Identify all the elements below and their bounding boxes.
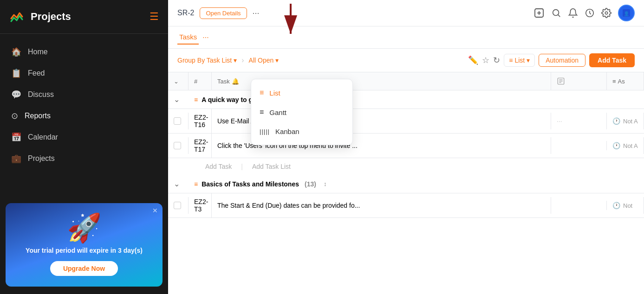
sidebar: Projects ☰ 🏠 Home 📋 Feed 💬 Discuss ⊙ Rep… [0,0,168,294]
add-task-link-1[interactable]: Add Task [205,163,232,170]
kanban-menu-icon: ||||| [260,128,270,135]
add-button[interactable] [533,7,545,19]
task-id-t3: EZ2-T3 [194,198,208,213]
group-count-2: (13) [305,180,316,188]
list-menu-icon: ≡ [260,89,264,97]
task-id-t16: EZ2-T16 [194,114,208,128]
sidebar-item-discuss[interactable]: 💬 Discuss [0,84,168,105]
group-priority-icon-1: ≡ [194,96,198,103]
menu-label-list: List [269,89,280,97]
sidebar-item-label: Home [28,48,48,56]
menu-item-gantt[interactable]: ≡ Gantt [251,102,352,122]
open-details-button[interactable]: Open Details [200,7,247,19]
close-banner-button[interactable]: ✕ [152,207,158,214]
group-sort-icon: ↕ [324,180,327,187]
menu-item-list[interactable]: ≡ List [251,83,352,102]
table-row: EZ2-T16 Use E-Mail Alias to add st... ··… [168,109,644,134]
automation-button[interactable]: Automation [539,54,585,67]
view-dropdown-menu: ≡ List ≡ Gantt ||||| Kanban [251,79,353,145]
refresh-button[interactable]: ↻ [493,55,500,65]
upgrade-button[interactable]: Upgrade Now [50,261,118,276]
trial-text: Your trial period will expire in 3 day(s… [26,246,143,256]
timer-icon-t3: 🕐 [612,202,620,209]
sidebar-item-label: Discuss [28,90,54,99]
topbar-icons: 👤 [533,5,635,21]
list-view-button[interactable]: ≡ List ▾ [504,54,535,67]
th-chevron: ⌄ [168,72,189,90]
reports-icon: ⊙ [11,111,18,121]
td-empty-t17 [551,141,607,150]
td-id-t17: EZ2-T17 [189,134,212,158]
task-title-t3: The Start & End (Due) dates can be provi… [217,202,360,209]
timer-button[interactable] [585,8,595,18]
topbar: SR-2 Open Details ··· [168,0,644,26]
edit-filter-button[interactable]: ✏️ [468,55,478,65]
td-check-t3 [168,197,189,214]
chevron-down-icon: ▾ [234,57,237,64]
list-icon: ≡ [509,57,513,64]
hamburger-icon[interactable]: ☰ [150,11,159,23]
discuss-icon: 💬 [11,89,21,100]
group-row-1: ⌄ ≡ A quick way to get starte... [168,90,644,109]
star-button[interactable]: ☆ [482,55,489,65]
td-status-t16: 🕐 Not A [607,113,644,129]
timer-icon-t16: 🕐 [612,117,620,125]
more-icon-t16[interactable]: ··· [557,117,562,125]
filter-separator: › [241,56,244,64]
group-collapse-2[interactable]: ⌄ [174,179,180,188]
chevron-down-icon-2: ▾ [275,57,279,64]
sidebar-item-reports[interactable]: ⊙ Reports [0,105,168,127]
bell-header-icon: 🔔 [232,78,239,85]
add-task-list-link-1[interactable]: Add Task List [252,163,291,170]
td-status-t3: 🕐 Not [607,197,644,214]
avatar[interactable]: 👤 [618,5,635,21]
group-chevron-2[interactable]: ⌄ [168,175,189,193]
tab-more-button[interactable]: ··· [202,33,208,42]
list-chevron-icon: ▾ [527,57,530,64]
sidebar-item-projects[interactable]: 💼 Projects [0,148,168,169]
sidebar-item-home[interactable]: 🏠 Home [0,41,168,63]
group-collapse-1[interactable]: ⌄ [174,95,180,104]
td-task-t3[interactable]: The Start & End (Due) dates can be provi… [212,197,551,214]
task-checkbox-t3[interactable] [174,202,181,209]
td-id-t3: EZ2-T3 [189,193,212,217]
search-button[interactable] [551,8,561,18]
home-icon: 🏠 [11,47,21,57]
collapse-all-icon: ⌄ [174,78,179,85]
rocket-icon: 🚀 [67,211,102,244]
group-chevron-1[interactable]: ⌄ [168,90,189,109]
calendar-icon: 📅 [11,132,21,142]
group-title-2: ≡ Basics of Tasks and Milestones (13) ↕ [189,175,644,193]
sidebar-item-calendar[interactable]: 📅 Calendar [0,127,168,148]
td-check-t17 [168,137,189,154]
task-id: SR-2 [177,9,194,17]
all-open-label: All Open [249,57,274,64]
task-checkbox-t17[interactable] [174,142,181,149]
task-header-label: Task [217,78,230,85]
settings-button[interactable] [601,8,611,18]
main-content: SR-2 Open Details ··· [168,0,644,294]
menu-item-kanban[interactable]: ||||| Kanban [251,122,352,141]
svg-point-3 [553,10,559,16]
status-t16: Not A [623,118,638,125]
th-number: # [189,72,212,90]
tab-tasks[interactable]: Tasks [177,30,199,45]
topbar-more-button[interactable]: ··· [253,8,260,18]
task-checkbox-t16[interactable] [174,117,181,125]
group-by-label: Group By Task List [177,57,232,64]
assign-label: As [618,78,625,85]
sidebar-item-feed[interactable]: 📋 Feed [0,63,168,84]
assign-icon: ≡ [612,78,616,85]
all-open-button[interactable]: All Open ▾ [249,57,279,64]
notifications-button[interactable] [568,8,578,18]
sidebar-logo: Projects [9,8,71,25]
gear-icon [601,8,611,18]
row-separator: | [241,163,243,170]
sidebar-item-label: Calendar [28,133,58,141]
timer-icon-t17: 🕐 [612,142,620,149]
group-by-button[interactable]: Group By Task List ▾ [177,57,237,64]
add-task-button[interactable]: Add Task [589,53,635,67]
add-row-1: Add Task | Add Task List [168,158,644,175]
bell-icon [568,8,578,18]
group-name-2: Basics of Tasks and Milestones [202,180,299,188]
